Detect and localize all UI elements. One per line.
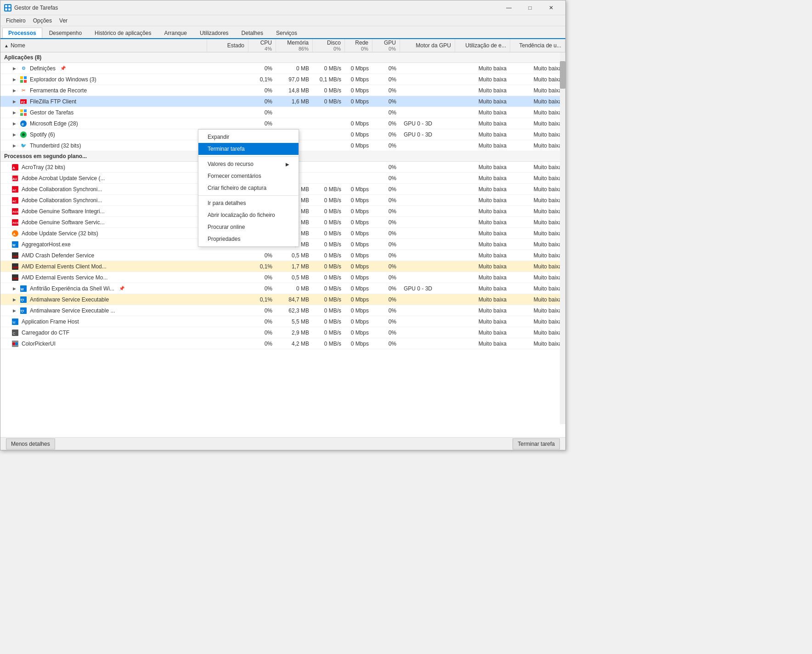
expand-icon[interactable]: ▶ [11, 308, 17, 313]
table-row[interactable]: AMD AMD External Events Service Mo... 0%… [0, 272, 565, 283]
context-procurar-online[interactable]: Procurar online [198, 221, 299, 233]
gpu-cell: 0% [372, 229, 400, 238]
context-propriedades[interactable]: Propriedades [198, 233, 299, 245]
scrollbar-thumb[interactable] [560, 61, 565, 89]
expand-icon[interactable]: ▶ [11, 297, 17, 302]
svg-point-17 [22, 133, 25, 136]
table-row[interactable]: ▶ W Anfitrião Experiência da Shell Wi...… [0, 283, 565, 294]
col-disk[interactable]: Disco 0% [313, 39, 345, 52]
gpu-engine-cell [400, 254, 455, 257]
status-bar: Menos detalhes Terminar tarefa [0, 437, 565, 450]
col-name[interactable]: ▲ Nome [0, 39, 207, 52]
expand-icon[interactable]: ▶ [11, 121, 17, 126]
table-row[interactable]: ▶ e Microsoft Edge (28) 0% 0 Mbps 0% GPU… [0, 118, 565, 129]
context-captura[interactable]: Criar ficheiro de captura [198, 182, 299, 194]
utilization-cell: Muito baixa [455, 86, 510, 95]
svg-rect-6 [20, 80, 23, 83]
expand-icon[interactable]: ▶ [11, 88, 17, 93]
table-row[interactable]: ▶ ✂ Ferramenta de Recorte 0% 14,8 MB 0 M… [0, 85, 565, 96]
col-gpu[interactable]: GPU 0% [372, 39, 400, 52]
utilization-cell: Muito baixa [455, 229, 510, 238]
tab-utilizadores[interactable]: Utilizadores [194, 28, 235, 38]
maximize-button[interactable]: □ [519, 0, 541, 15]
trend-cell: Muito baixa [510, 207, 565, 216]
col-trend[interactable]: Tendência de u... [510, 39, 565, 52]
tab-arranque[interactable]: Arranque [158, 28, 193, 38]
process-icon: AGS [11, 219, 19, 226]
disk-cell: 0,1 MB/s [313, 75, 345, 84]
section-applications[interactable]: Aplicações (8) [0, 52, 565, 63]
context-terminar-tarefa[interactable]: Terminar tarefa [198, 143, 299, 155]
expand-icon[interactable]: ▶ [11, 110, 17, 115]
trend-cell: Muito baixa [510, 229, 565, 238]
table-row[interactable]: ▶ 🛡 Antimalware Service Executable 0,1% … [0, 294, 565, 305]
menu-ficheiro[interactable]: Ficheiro [2, 16, 29, 25]
expand-icon[interactable]: ▶ [11, 66, 17, 71]
table-row[interactable]: C Carregador do CTF 0% 2,9 MB 0 MB/s 0 M… [0, 327, 565, 338]
utilization-cell: Muito baixa [455, 240, 510, 249]
gpu-cell: 0% [372, 174, 400, 183]
memory-cell [276, 122, 313, 125]
gpu-engine-cell [400, 309, 455, 312]
expand-icon[interactable]: ▶ [11, 143, 17, 148]
gpu-cell: 0% [372, 207, 400, 216]
col-network[interactable]: Rede 0% [345, 39, 372, 52]
trend-cell: Muito baixa [510, 75, 565, 84]
table-row[interactable]: ▶ Explorador do Windows (3) 0,1% 97,0 MB… [0, 74, 565, 85]
tab-servicos[interactable]: Serviços [270, 28, 303, 38]
table-row[interactable]: ▶ 🛡 Antimalware Service Executable ... 0… [0, 305, 565, 316]
process-icon: 🛡 [20, 296, 27, 303]
tab-processos[interactable]: Processos [2, 28, 42, 38]
process-name-cell: ▶ ✂ Ferramenta de Recorte [0, 85, 207, 96]
process-icon: ✂ [20, 87, 27, 94]
minimize-button[interactable]: — [498, 0, 519, 15]
gpu-engine-cell [400, 100, 455, 103]
table-row[interactable]: ▶ ⚙ Definições 📌 0% 0 MB 0 MB/s 0 Mbps 0… [0, 63, 565, 74]
gpu-cell: 0% [372, 119, 400, 128]
memory-cell: 0,5 MB [276, 273, 313, 282]
expand-icon[interactable]: ▶ [11, 99, 17, 104]
utilization-cell: Muito baixa [455, 130, 510, 139]
table-row[interactable]: ▶ Gestor de Tarefas 0% 0% Muito baixa [0, 107, 565, 118]
context-valores-recurso[interactable]: Valores do recurso ▶ [198, 158, 299, 170]
expand-icon[interactable]: ▶ [11, 77, 17, 82]
process-icon: ⚙ [20, 65, 27, 72]
state-cell [207, 287, 248, 290]
menu-opcoes[interactable]: Opções [29, 16, 56, 25]
utilization-cell: Muito baixa [455, 97, 510, 106]
col-state[interactable]: Estado [207, 39, 248, 52]
tab-detalhes[interactable]: Detalhes [236, 28, 269, 38]
gpu-engine-cell [400, 67, 455, 70]
state-cell [207, 265, 248, 268]
table-row[interactable]: W Application Frame Host 0% 5,5 MB 0 MB/… [0, 316, 565, 327]
close-button[interactable]: ✕ [541, 0, 562, 15]
context-abrir-localizacao[interactable]: Abrir localização do ficheiro [198, 209, 299, 221]
tab-historico[interactable]: Histórico de aplicações [89, 28, 157, 38]
col-gpu-engine[interactable]: Motor da GPU [400, 39, 455, 52]
gpu-cell: 0% [372, 306, 400, 315]
process-name-cell: AMD AMD External Events Client Mod... [0, 262, 207, 272]
context-ir-detalhes[interactable]: Ir para detalhes [198, 197, 299, 209]
table-row-filezilla[interactable]: ▶ FZ FileZilla FTP Client 0% 1,6 MB 0 MB… [0, 96, 565, 107]
process-name-cell: AMD AMD External Events Service Mo... [0, 273, 207, 283]
end-task-button[interactable]: Terminar tarefa [513, 438, 560, 449]
col-utilization[interactable]: Utilização de e... [455, 39, 510, 52]
less-details-button[interactable]: Menos detalhes [6, 438, 55, 449]
table-row[interactable]: AMD AMD External Events Client Mod... 0,… [0, 261, 565, 272]
disk-cell [313, 133, 345, 136]
svg-rect-1 [8, 5, 11, 7]
tab-desempenho[interactable]: Desempenho [43, 28, 88, 38]
network-cell: 0 Mbps [345, 141, 372, 150]
expand-icon[interactable]: ▶ [11, 132, 17, 137]
context-comentarios[interactable]: Fornecer comentários [198, 170, 299, 182]
process-name-cell: AGS Adobe Genuine Software Integri... [0, 206, 207, 216]
context-expandir[interactable]: Expandir [198, 131, 299, 143]
table-row-amd-crash-defender[interactable]: AMD AMD Crash Defender Service 0% 0,5 MB… [0, 250, 565, 261]
col-cpu[interactable]: CPU 4% [248, 39, 276, 52]
expand-icon[interactable]: ▶ [11, 286, 17, 291]
process-name-cell: ColorPickerUI [0, 339, 207, 349]
menu-ver[interactable]: Ver [56, 16, 71, 25]
table-row[interactable]: ColorPickerUI 0% 4,2 MB 0 MB/s 0 Mbps 0%… [0, 338, 565, 349]
process-name-cell: AC Adobe Collaboration Synchroni... [0, 184, 207, 194]
col-memory[interactable]: Memória 86% [276, 39, 313, 52]
